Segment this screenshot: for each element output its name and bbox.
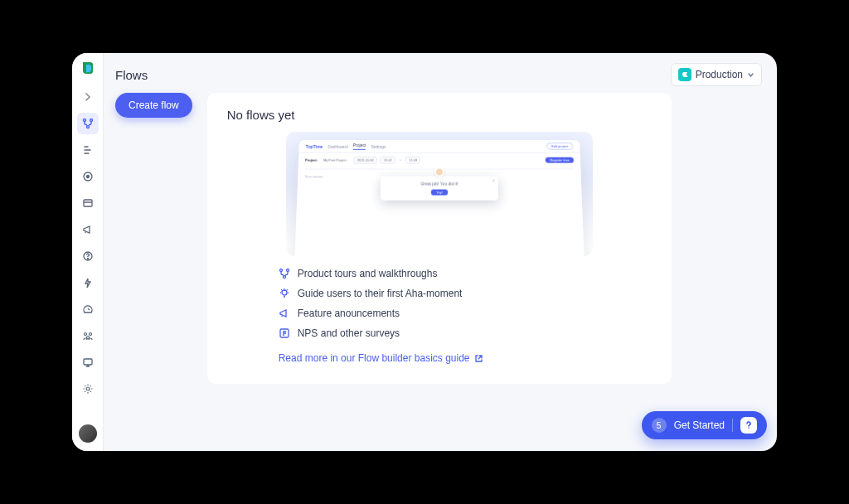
create-flow-button[interactable]: Create flow <box>115 93 192 118</box>
svg-point-8 <box>84 333 86 336</box>
svg-point-16 <box>282 290 287 295</box>
svg-point-15 <box>283 276 285 279</box>
feature-item: NPS and other surveys <box>279 327 652 339</box>
app-logo <box>78 58 98 78</box>
help-widget-icon[interactable] <box>740 417 757 434</box>
empty-state-title: No flows yet <box>227 108 652 122</box>
environment-icon <box>678 68 691 81</box>
feature-label: NPS and other surveys <box>298 327 400 339</box>
lightbulb-icon <box>279 288 290 299</box>
nav-help-icon[interactable] <box>77 245 99 267</box>
nav-dashboard-icon[interactable] <box>77 298 99 320</box>
nav-flows-icon[interactable] <box>77 113 99 134</box>
nav-announcement-icon[interactable] <box>77 219 99 240</box>
feature-label: Product tours and walkthroughs <box>298 268 438 279</box>
sidebar-toggle-icon[interactable] <box>77 86 99 108</box>
svg-point-13 <box>279 269 282 272</box>
svg-point-9 <box>89 333 91 336</box>
svg-point-14 <box>286 269 289 272</box>
feature-item: Feature anouncements <box>279 308 652 319</box>
feature-item: Product tours and walkthroughs <box>279 268 652 279</box>
nav-list-icon[interactable] <box>77 139 99 161</box>
svg-point-12 <box>86 387 90 390</box>
chevron-down-icon <box>747 71 754 79</box>
svg-rect-5 <box>84 200 92 206</box>
svg-point-0 <box>83 119 85 122</box>
svg-point-1 <box>90 119 92 122</box>
get-started-label: Get Started <box>674 419 725 431</box>
get-started-pill[interactable]: 5 Get Started <box>642 411 767 439</box>
mock-avatar-icon <box>434 167 444 177</box>
read-more-link[interactable]: Read more in our Flow builder basics gui… <box>227 352 652 364</box>
nav-window-icon[interactable] <box>77 192 99 214</box>
external-link-icon <box>474 354 483 363</box>
empty-state-card: No flows yet TopTime Dashboard Project S… <box>207 93 672 384</box>
feature-label: Feature anouncements <box>298 308 400 319</box>
feature-label: Guide users to their first Aha-moment <box>298 288 463 299</box>
nav-settings-icon[interactable] <box>77 378 99 400</box>
illustration-preview: TopTime Dashboard Project Settings Edit … <box>286 132 593 256</box>
megaphone-icon <box>279 308 290 319</box>
nav-target-icon[interactable] <box>77 166 99 187</box>
read-more-label: Read more in our Flow builder basics gui… <box>279 352 470 364</box>
survey-icon <box>279 327 290 339</box>
environment-selector[interactable]: Production <box>671 63 762 86</box>
svg-rect-11 <box>84 359 92 365</box>
sidebar <box>72 53 104 451</box>
svg-point-2 <box>86 126 89 128</box>
get-started-count: 5 <box>652 418 667 433</box>
nav-events-icon[interactable] <box>77 272 99 293</box>
environment-label: Production <box>696 69 743 80</box>
page-title: Flows <box>115 68 148 82</box>
nav-analytics-icon[interactable] <box>77 351 99 373</box>
user-avatar[interactable] <box>79 424 97 443</box>
svg-point-7 <box>87 259 88 259</box>
flows-icon <box>279 268 290 279</box>
svg-point-4 <box>86 176 89 178</box>
nav-users-icon[interactable] <box>77 325 99 346</box>
feature-item: Guide users to their first Aha-moment <box>279 288 652 299</box>
